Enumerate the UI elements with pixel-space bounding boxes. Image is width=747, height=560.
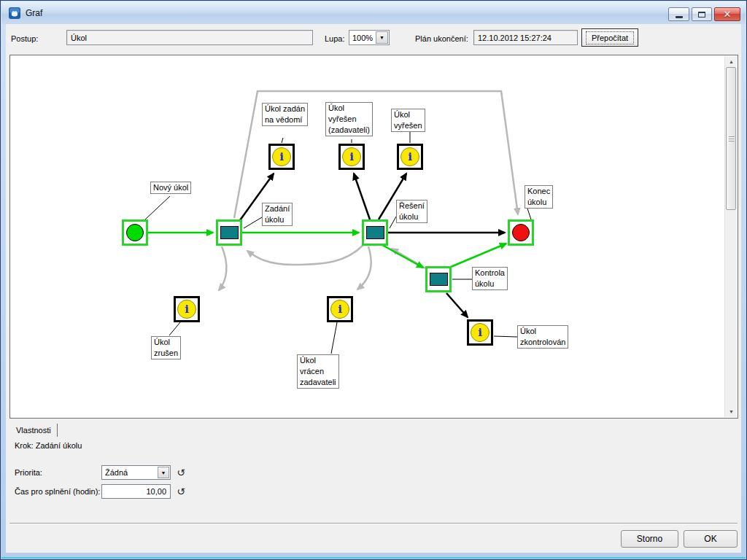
node-info-ukol-vracen-zadavateli[interactable]: i: [327, 296, 353, 322]
node-info-ukol-zrusen[interactable]: i: [174, 296, 200, 322]
info-icon: i: [272, 147, 291, 166]
plan-label: Plán ukončení:: [415, 34, 468, 43]
footer-separator: [9, 523, 738, 524]
label-ukol-zkontrolovan: Úkol zkontrolován: [517, 325, 568, 349]
maximize-button[interactable]: [692, 7, 712, 21]
step-info-text: Krok: Zadání úkolu: [15, 441, 82, 450]
edge-zadani-zrusen: [219, 246, 226, 290]
time-field[interactable]: 10,00: [101, 484, 171, 499]
vertical-scrollbar[interactable]: ▲ ▼: [724, 56, 737, 417]
info-icon: i: [330, 300, 349, 319]
node-konec-ukolu[interactable]: [508, 219, 534, 246]
scrollbar-thumb[interactable]: [726, 67, 736, 210]
storno-button[interactable]: Storno: [621, 530, 678, 548]
priority-combobox[interactable]: Žádná ▼: [101, 465, 171, 480]
edge-reseni-zadani-return: [247, 245, 363, 265]
node-kontrola-ukolu[interactable]: [425, 266, 452, 292]
graph-canvas[interactable]: i i i i i i Nový úkol Zadání úkolu Řešen…: [9, 55, 738, 419]
label-ukol-zadan-na-vedomi: Úkol zadán na vědomí: [262, 103, 308, 126]
node-start-novy-ukol[interactable]: [122, 219, 148, 246]
titlebar[interactable]: Graf ✕: [1, 1, 746, 24]
info-icon: i: [342, 147, 361, 166]
ok-button[interactable]: OK: [684, 530, 738, 548]
recalculate-button[interactable]: Přepočítat: [581, 28, 638, 47]
node-reseni-ukolu[interactable]: [362, 219, 388, 246]
edge-kontrola-konec: [451, 244, 506, 267]
node-zadani-ukolu[interactable]: [216, 219, 242, 246]
label-kontrola-ukolu: Kontrola úkolu: [472, 267, 508, 290]
label-reseni-ukolu: Řešení úkolu: [396, 200, 427, 223]
window-title: Graf: [26, 8, 42, 18]
maximize-icon: [698, 12, 705, 18]
recalculate-label: Přepočítat: [586, 31, 634, 44]
priority-reset-icon[interactable]: ↺: [175, 467, 187, 478]
node-info-ukol-zadan-na-vedomi[interactable]: i: [268, 144, 295, 170]
edge-reseni-vracen: [357, 246, 371, 289]
info-icon: i: [471, 323, 489, 342]
toolbar: Postup: Úkol Lupa: 100% ▼ Plán ukončení:…: [6, 24, 741, 55]
lupa-label: Lupa:: [325, 34, 345, 43]
edge-kontrola-zkontrolovan: [446, 293, 468, 317]
plan-field[interactable]: 12.10.2012 15:27:24: [473, 30, 578, 45]
step-icon: [366, 226, 384, 239]
close-icon: ✕: [724, 9, 732, 19]
zoom-combobox[interactable]: 100% ▼: [349, 30, 390, 45]
end-circle-icon: [512, 224, 530, 241]
time-reset-icon[interactable]: ↺: [175, 486, 187, 497]
scroll-up-button[interactable]: ▲: [725, 56, 738, 67]
zoom-dropdown-icon[interactable]: ▼: [376, 31, 388, 44]
label-ukol-vracen-zadavateli: Úkol vrácen zadavateli: [297, 354, 339, 389]
edge-reseni-vyresen-zadavateli: [354, 174, 370, 219]
step-icon: [430, 273, 448, 286]
label-ukol-zrusen: Úkol zrušen: [151, 336, 181, 359]
minimize-button[interactable]: [668, 7, 689, 21]
postup-field[interactable]: Úkol: [66, 30, 313, 45]
properties-panel: Vlastnosti Krok: Zadání úkolu Priorita: …: [6, 419, 741, 523]
label-ukol-vyresen-zadavateli: Úkol vyřešen (zadavateli): [325, 102, 373, 136]
minimize-icon: [676, 16, 683, 18]
priority-dropdown-icon[interactable]: ▼: [158, 467, 169, 478]
scrollbar-grip-icon: [729, 136, 735, 141]
zoom-value: 100%: [349, 34, 376, 42]
scroll-down-button[interactable]: ▼: [725, 406, 738, 417]
label-zadani-ukolu: Zadání úkolu: [262, 203, 293, 226]
tab-vlastnosti[interactable]: Vlastnosti: [15, 424, 58, 437]
graf-dialog-window: Graf ✕ Postup: Úkol Lupa: 100% ▼ Plán uk…: [0, 0, 747, 560]
priority-label: Priorita:: [15, 468, 42, 477]
close-button[interactable]: ✕: [714, 7, 740, 21]
node-info-ukol-zkontrolovan[interactable]: i: [467, 319, 493, 346]
node-info-ukol-vyresen[interactable]: i: [397, 144, 423, 170]
time-label: Čas pro splnění (hodin):: [15, 487, 100, 496]
step-icon: [220, 226, 239, 239]
info-icon: i: [400, 147, 419, 166]
window-bottom-edge: [1, 557, 746, 559]
info-icon: i: [177, 300, 196, 319]
label-novy-ukol: Nový úkol: [150, 182, 191, 194]
node-info-ukol-vyresen-zadavateli[interactable]: i: [338, 144, 365, 170]
edge-reseni-kontrola: [382, 245, 423, 268]
postup-label: Postup:: [11, 34, 38, 43]
start-circle-icon: [126, 224, 144, 241]
app-icon: [9, 7, 21, 19]
label-ukol-vyresen: Úkol vyřešen: [391, 109, 425, 132]
label-konec-ukolu: Konec úkolu: [525, 185, 553, 209]
priority-value: Žádná: [102, 468, 158, 477]
